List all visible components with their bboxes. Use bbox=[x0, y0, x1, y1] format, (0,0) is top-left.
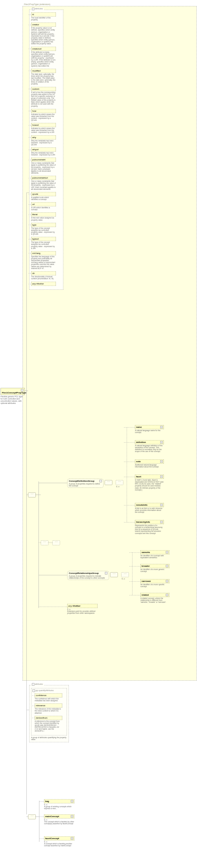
attr-type: type bbox=[31, 223, 56, 227]
attr-desc: Indicates by which means the value was e… bbox=[31, 113, 56, 121]
expand-icon[interactable]: + bbox=[166, 580, 168, 582]
sequence-compositor bbox=[28, 814, 36, 819]
attr-qcode: qcode bbox=[31, 192, 56, 196]
collapse-icon[interactable]: − bbox=[100, 480, 102, 482]
attr-typeuri: typeuri bbox=[31, 237, 56, 241]
attr-modified: modified bbox=[31, 69, 56, 73]
element-facet: facet+ bbox=[135, 474, 164, 479]
cardinality: 0..∞ bbox=[122, 578, 125, 580]
attr-creator: creator bbox=[31, 23, 56, 27]
attr-desc: If set to true the corresponding propert… bbox=[31, 91, 56, 107]
attr-desc: The relevance of the metadata to the new… bbox=[35, 708, 62, 714]
element-mainConcept: mainConcept+ bbox=[44, 814, 74, 818]
attr-dir: dir bbox=[31, 271, 56, 275]
expand-icon[interactable]: + bbox=[166, 551, 168, 554]
expand-icon[interactable]: + bbox=[166, 594, 168, 596]
attr-how: how bbox=[31, 109, 56, 113]
expand-icon[interactable]: + bbox=[160, 521, 163, 523]
sequence-compositor bbox=[28, 493, 36, 497]
attr-custom: custom bbox=[31, 87, 56, 91]
sequence-compositor bbox=[41, 540, 49, 545]
element-broader: broader+ bbox=[140, 564, 169, 568]
attr-uri: uri bbox=[31, 202, 56, 206]
attr-desc: The directionality of textual content (e… bbox=[31, 276, 56, 280]
attr-desc: A qualified code which identifies a conc… bbox=[31, 196, 56, 200]
attr-id: id bbox=[31, 12, 56, 17]
attr-desc: If the property value is not defined, sp… bbox=[31, 27, 56, 44]
element-note: note+ bbox=[135, 460, 164, 464]
root-type: − Flex1ConceptPropType bbox=[1, 388, 25, 395]
group-conceptdefinition: ConceptDefinitionGroup − A group of prop… bbox=[67, 479, 104, 488]
expand-icon[interactable]: + bbox=[160, 441, 163, 443]
collapse-icon[interactable]: − bbox=[21, 389, 23, 392]
element-desc: An identifier of a more specific concept… bbox=[140, 584, 169, 587]
any-other-element: any ##other 0..∞ Extension point for pro… bbox=[67, 604, 97, 614]
element-desc: An identifier of a concept with equivale… bbox=[140, 555, 169, 558]
extension-label: Flex1PropType (extension) bbox=[24, 3, 50, 5]
expand-icon[interactable]: + bbox=[160, 504, 163, 506]
attr-derivedfrom: derivedfrom bbox=[35, 716, 62, 720]
cardinality: 0..∞ bbox=[116, 486, 119, 488]
quantify-group-label: − grp quantifyAttributes bbox=[32, 689, 65, 692]
element-definition: definition+ bbox=[135, 440, 164, 444]
element-bag: bag+ bbox=[44, 799, 74, 803]
attr-desc: The local identifier of the property. bbox=[31, 17, 56, 21]
attr-desc: A reference to the concept from which th… bbox=[35, 720, 62, 732]
attr-why: why bbox=[31, 135, 56, 140]
attr-whyuri: whyuri bbox=[31, 148, 56, 152]
element-desc: Additional natural language information … bbox=[135, 464, 164, 468]
element-desc: A link to an item or a web resource whic… bbox=[135, 507, 164, 513]
attr-desc: A URI which identifies a concept. bbox=[31, 207, 56, 211]
expand-icon[interactable]: + bbox=[71, 800, 73, 803]
expand-icon[interactable]: + bbox=[160, 460, 163, 463]
expand-icon[interactable]: + bbox=[160, 475, 163, 478]
collapse-icon[interactable]: − bbox=[105, 572, 107, 575]
attr-xml:lang: xml:lang bbox=[31, 251, 56, 255]
element-narrower: narrower+ bbox=[140, 579, 169, 583]
element-desc: 0..∞The concept which is faceted by othe… bbox=[44, 819, 74, 825]
attr-desc: The type of the concept assigned as cont… bbox=[31, 227, 56, 235]
element-desc: A natural language name for the concept. bbox=[135, 430, 164, 433]
element-facetConcept: facetConcept+ bbox=[44, 836, 74, 840]
element-name: name+ bbox=[135, 425, 164, 429]
expand-icon[interactable]: + bbox=[166, 565, 168, 567]
element-remoteInfo: remoteInfo+ bbox=[135, 503, 164, 507]
sequence-compositor bbox=[110, 572, 118, 577]
element-sameAs: sameAs+ bbox=[140, 550, 169, 554]
attr-desc: Why the metadata has been included - exp… bbox=[31, 140, 56, 146]
attr-desc: The type of the concept assigned as cont… bbox=[31, 241, 56, 249]
expand-icon[interactable]: + bbox=[160, 426, 163, 428]
attr-confidence: confidence bbox=[35, 693, 62, 698]
attributes-label: − attributes bbox=[31, 683, 44, 686]
attr-desc: Specifies the language of this property … bbox=[31, 256, 56, 269]
sequence-compositor bbox=[105, 480, 112, 485]
attr-howuri: howuri bbox=[31, 123, 56, 127]
element-desc: 0..∞A concept which is faceting another … bbox=[44, 841, 74, 846]
root-desc: Flexible generic PCL-type for both contr… bbox=[1, 396, 25, 404]
attr-relevance: relevance bbox=[35, 704, 62, 708]
element-desc: A natural language definition of the sem… bbox=[135, 444, 164, 453]
attr-creatoruri: creatoruri bbox=[31, 47, 56, 51]
expand-icon[interactable]: + bbox=[71, 837, 73, 840]
attr-desc: The confidence with which the metadata h… bbox=[35, 698, 62, 702]
choice-compositor bbox=[116, 480, 123, 485]
element-desc: 0..∞A group of existing concepts which e… bbox=[44, 804, 74, 809]
attr-desc: One or many constraints that apply to pu… bbox=[31, 162, 56, 174]
attr-desc: Indicates by which means the value was e… bbox=[31, 127, 56, 133]
attr-literal: literal bbox=[31, 212, 56, 217]
attr-desc: Why the metadata has been included - exp… bbox=[31, 152, 56, 156]
any-other-attr: any ##other bbox=[31, 282, 56, 286]
quantify-group-desc: A group of attributes quantifying the pr… bbox=[31, 737, 67, 740]
expand-icon[interactable]: + bbox=[71, 815, 73, 818]
element-hierarchyInfo: hierarchyInfo+ bbox=[135, 520, 164, 524]
element-related: related+ bbox=[140, 593, 169, 597]
sequence-compositor bbox=[52, 540, 60, 545]
attr-pubconstrainturi: pubconstrainturi bbox=[31, 176, 56, 180]
attr-desc: The date (and, optionally, the time) whe… bbox=[31, 73, 56, 85]
choice-compositor bbox=[121, 572, 129, 577]
attr-desc: A free-text value assigned as property v… bbox=[31, 217, 56, 221]
element-desc: A related concept, where the relationshi… bbox=[140, 597, 169, 603]
group-conceptrelationships: ConceptRelationshipsGroup − A group of p… bbox=[67, 571, 109, 580]
element-desc: In NAR 1.8 and later, facet is deprecate… bbox=[135, 479, 164, 491]
element-desc: An identifier of a more generic concept. bbox=[140, 568, 169, 572]
